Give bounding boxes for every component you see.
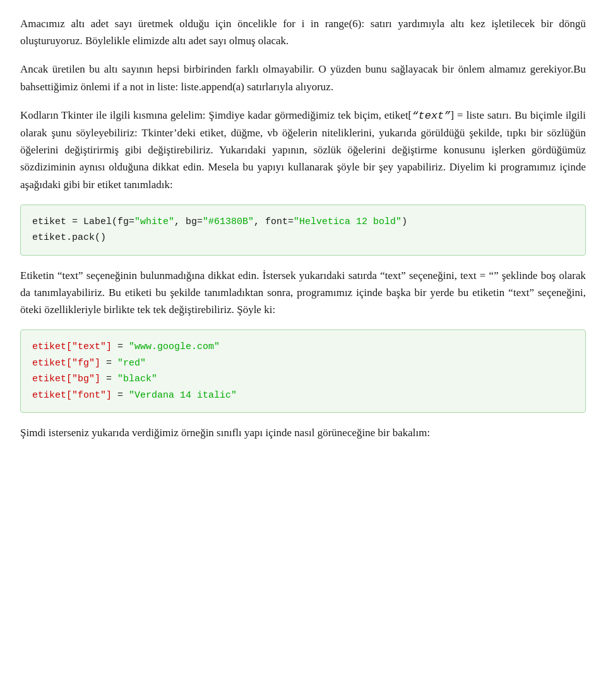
code-close: ) (401, 217, 407, 227)
code-block-1: etiket = Label(fg="white", bg="#61380B",… (20, 205, 586, 256)
code-line-4: etiket["fg"] = "red" (32, 355, 574, 372)
paragraph-1: Amacımız altı adet sayı üretmek olduğu i… (20, 15, 586, 49)
code-val-url: "www.google.com" (129, 341, 220, 352)
code-sep2: , font= (254, 217, 294, 227)
code-val-black: "black" (117, 374, 157, 384)
code-block-2: etiket["text"] = "www.google.com" etiket… (20, 329, 586, 413)
code-eq-3: = (100, 374, 117, 384)
code-key-font: etiket["font"] (32, 390, 112, 401)
code-line-6: etiket["font"] = "Verdana 14 italic" (32, 388, 574, 404)
code-eq-4: = (112, 390, 129, 401)
code-val-font: "Verdana 14 italic" (129, 390, 237, 401)
code-val-red: "red" (117, 358, 146, 369)
inline-code-text: “text” (412, 110, 450, 122)
code-eq-2: = (100, 358, 117, 369)
code-key-bg: etiket["bg"] (32, 374, 100, 384)
paragraph-4: Etiketin “text” seçeneğinin bulunmadığın… (20, 267, 586, 319)
code-line-3: etiket["text"] = "www.google.com" (32, 339, 574, 355)
paragraph-3: Kodların Tkinter ile ilgili kısmına gele… (20, 107, 586, 193)
code-str-hash: "#61380B" (203, 217, 254, 227)
code-str-white: "white" (134, 217, 174, 227)
code-line-1: etiket = Label(fg="white", bg="#61380B",… (32, 214, 574, 230)
page-content: Amacımız altı adet sayı üretmek olduğu i… (20, 15, 586, 441)
code-line-5: etiket["bg"] = "black" (32, 371, 574, 388)
code-key-text: etiket["text"] (32, 341, 112, 352)
paragraph-2: Ancak üretilen bu altı sayının hepsi bir… (20, 61, 586, 95)
paragraph-5: Şimdi isterseniz yukarıda verdiğimiz örn… (20, 424, 586, 441)
code-func: etiket = Label(fg= (32, 217, 134, 227)
code-sep1: , bg= (174, 217, 203, 227)
code-eq-1: = (112, 341, 129, 352)
code-line-2: etiket.pack() (32, 230, 574, 246)
code-key-fg: etiket["fg"] (32, 358, 100, 369)
code-str-font: "Helvetica 12 bold" (294, 217, 401, 227)
code-pack: etiket.pack() (32, 232, 106, 243)
